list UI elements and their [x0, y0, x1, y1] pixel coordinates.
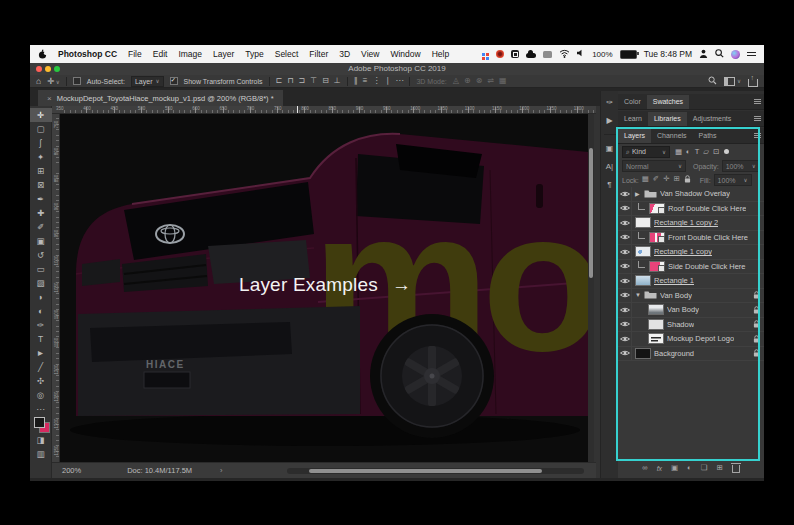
paragraph-panel-icon[interactable]: ¶	[607, 180, 611, 189]
actions-panel-icon[interactable]: ▶	[606, 116, 612, 125]
red-app-icon[interactable]	[496, 50, 504, 58]
adjustment-layer-icon[interactable]: ◐	[687, 464, 692, 472]
tab-layers[interactable]: Layers	[618, 129, 651, 143]
visibility-eye-icon[interactable]	[618, 216, 632, 230]
workspace-switcher[interactable]: ∨	[724, 77, 741, 86]
link-layers-icon[interactable]: ∞	[642, 464, 647, 472]
layer-thumbnail[interactable]	[649, 203, 665, 214]
filter-pixel-icon[interactable]: ▦	[675, 148, 682, 156]
visibility-eye-icon[interactable]	[618, 289, 632, 303]
keyboard-input-icon[interactable]	[543, 51, 552, 58]
layer-thumbnail[interactable]	[648, 319, 664, 330]
clone-stamp-tool[interactable]: ▣	[30, 234, 52, 248]
spot-healing-tool[interactable]: ✚	[30, 206, 52, 220]
lasso-tool[interactable]: ʃ	[30, 136, 52, 150]
visibility-eye-icon[interactable]	[618, 332, 632, 346]
tab-adjustments[interactable]: Adjustments	[687, 112, 738, 126]
spotlight-icon[interactable]	[715, 49, 724, 60]
pen-tool[interactable]: ✑	[30, 318, 52, 332]
creative-cloud-icon[interactable]	[482, 53, 485, 56]
layer-row[interactable]: Roof Double Click Here	[618, 202, 764, 217]
rectangular-marquee-tool[interactable]: ▢	[30, 122, 52, 136]
line-tool[interactable]: ╱	[30, 360, 52, 374]
search-icon[interactable]	[708, 76, 717, 86]
distribute-h-icon[interactable]: ∥	[354, 77, 358, 85]
gradient-tool[interactable]: ▨	[30, 276, 52, 290]
tab-channels[interactable]: Channels	[651, 129, 693, 143]
frame-tool[interactable]: ⊠	[30, 178, 52, 192]
layer-name[interactable]: Van Shadow Overlay	[660, 189, 730, 198]
distribute-left-icon[interactable]: ⋮	[372, 77, 380, 85]
layer-row[interactable]: Rectangle 1 copy	[618, 245, 764, 260]
tab-paths[interactable]: Paths	[693, 129, 723, 143]
eyedropper-tool[interactable]: ✒	[30, 192, 52, 206]
wifi-icon[interactable]	[559, 49, 570, 60]
3d-rotate-icon[interactable]: ◬	[453, 77, 459, 85]
visibility-eye-icon[interactable]	[618, 187, 632, 201]
distribute-v-icon[interactable]: ≡	[363, 77, 368, 85]
home-icon[interactable]: ⌂	[36, 77, 41, 86]
show-transform-checkbox[interactable]	[170, 77, 178, 85]
opacity-dropdown[interactable]: 100%∨	[722, 160, 760, 172]
visibility-eye-icon[interactable]	[618, 318, 632, 332]
tab-color[interactable]: Color	[618, 95, 647, 109]
fill-dropdown[interactable]: 100%∨	[714, 174, 752, 186]
layer-thumbnail[interactable]	[649, 232, 665, 243]
layer-row[interactable]: Front Double Click Here	[618, 231, 764, 246]
menu-item-view[interactable]: View	[361, 49, 379, 59]
siri-icon[interactable]	[731, 50, 740, 59]
filter-kind-dropdown[interactable]: ⌕ Kind ∨	[622, 146, 670, 158]
notification-center-icon[interactable]	[747, 50, 756, 58]
horizontal-scrollbar[interactable]	[287, 468, 584, 474]
layer-name[interactable]: Side Double Click Here	[668, 262, 746, 271]
layer-row[interactable]: Rectangle 1	[618, 274, 764, 289]
document-tab[interactable]: × MockupDepot_ToyotaHiace_mockup_v1.psd …	[38, 90, 283, 106]
blend-mode-dropdown[interactable]: Normal∨	[622, 160, 686, 172]
foreground-color-swatch[interactable]	[34, 417, 45, 428]
visibility-eye-icon[interactable]	[618, 260, 632, 274]
quick-selection-tool[interactable]: ✦	[30, 150, 52, 164]
status-options-chevron[interactable]: ›	[220, 466, 223, 475]
vertical-scrollbar[interactable]	[588, 114, 594, 462]
blur-tool[interactable]: ◗	[30, 290, 52, 304]
visibility-eye-icon[interactable]	[618, 347, 632, 361]
layer-thumbnail[interactable]	[635, 275, 651, 286]
auto-select-target-dropdown[interactable]: Layer∨	[131, 76, 164, 87]
align-middle-icon[interactable]: ⊟	[322, 77, 329, 85]
align-top-icon[interactable]: ⊤	[310, 77, 317, 85]
layer-name[interactable]: Mockup Depot Logo	[667, 334, 734, 343]
layer-row[interactable]: Shadow	[618, 318, 764, 333]
move-tool-preset-icon[interactable]: ✛ ∨	[47, 77, 60, 86]
tab-learn[interactable]: Learn	[618, 112, 648, 126]
layer-name[interactable]: Van Body	[667, 305, 699, 314]
layer-mask-icon[interactable]: ▣	[671, 464, 678, 472]
visibility-eye-icon[interactable]	[618, 245, 632, 259]
layer-row[interactable]: ▼Van Body	[618, 289, 764, 304]
lock-position-icon[interactable]: ✛	[663, 175, 669, 185]
layer-thumbnail[interactable]	[635, 348, 651, 359]
distribute-top-icon[interactable]: ∣	[385, 77, 389, 85]
zoom-tool[interactable]: ◎	[30, 388, 52, 402]
menu-item-file[interactable]: File	[128, 49, 142, 59]
vertical-ruler[interactable]: 7508008509009501000105011001150120012501…	[52, 114, 60, 462]
align-right-icon[interactable]: ⊐	[298, 77, 305, 85]
delete-layer-icon[interactable]	[732, 465, 740, 473]
layer-row[interactable]: Rectangle 1 copy 2	[618, 216, 764, 231]
horizontal-ruler[interactable]: 3504004505005506006507007508008509009501…	[52, 106, 596, 114]
volume-icon[interactable]	[577, 49, 585, 59]
cloud-sync-icon[interactable]	[526, 53, 536, 58]
history-brush-tool[interactable]: ↺	[30, 248, 52, 262]
layer-effects-icon[interactable]: fx	[657, 465, 662, 472]
share-icon[interactable]	[748, 79, 758, 87]
layer-thumbnail[interactable]	[648, 333, 664, 344]
layer-thumbnail[interactable]	[635, 246, 651, 257]
user-icon[interactable]	[699, 49, 708, 60]
visibility-eye-icon[interactable]	[618, 202, 632, 216]
menu-item-type[interactable]: Type	[245, 49, 263, 59]
app-menu[interactable]: Photoshop CC	[58, 49, 117, 59]
visibility-eye-icon[interactable]	[618, 303, 632, 317]
layer-name[interactable]: Shadow	[667, 320, 694, 329]
move-tool[interactable]: ✛	[30, 108, 52, 122]
horizontal-scrollbar-thumb[interactable]	[309, 469, 542, 473]
menu-item-help[interactable]: Help	[432, 49, 449, 59]
